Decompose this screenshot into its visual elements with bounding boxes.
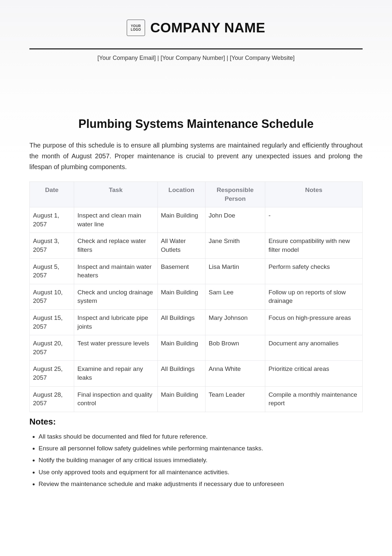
contact-line: [Your Company Email] | [Your Company Num… [29,55,363,61]
cell-location: All Water Outlets [157,233,205,258]
cell-date: August 3, 2057 [30,233,74,258]
cell-task: Inspect and clean main water line [74,207,158,233]
table-row: August 15, 2057Inspect and lubricate pip… [30,309,363,335]
cell-date: August 20, 2057 [30,335,74,361]
th-task: Task [74,182,158,207]
table-body: August 1, 2057Inspect and clean main wat… [30,207,363,412]
th-notes: Notes [265,182,362,207]
notes-heading: Notes: [29,417,363,427]
cell-person: Lisa Martin [205,258,265,284]
cell-notes: Follow up on reports of slow drainage [265,284,362,309]
list-item: All tasks should be documented and filed… [39,431,363,442]
notes-list: All tasks should be documented and filed… [29,431,363,489]
cell-task: Check and replace water filters [74,233,158,258]
cell-date: August 1, 2057 [30,207,74,233]
cell-date: August 5, 2057 [30,258,74,284]
cell-date: August 10, 2057 [30,284,74,309]
th-date: Date [30,182,74,207]
intro-paragraph: The purpose of this schedule is to ensur… [29,140,363,172]
page-title: Plumbing Systems Maintenance Schedule [29,117,363,131]
cell-location: Main Building [157,284,205,309]
cell-notes: Compile a monthly maintenance report [265,386,362,412]
list-item: Notify the building manager of any criti… [39,455,363,465]
cell-task: Check and unclog drainage system [74,284,158,309]
cell-notes: Focus on high-pressure areas [265,309,362,335]
cell-person: Mary Johnson [205,309,265,335]
logo-placeholder: YOUR LOGO [127,20,145,36]
page: YOUR LOGO COMPANY NAME [Your Company Ema… [0,0,392,556]
table-header-row: Date Task Location Responsible Person No… [30,182,363,207]
cell-task: Inspect and maintain water heaters [74,258,158,284]
cell-notes: Perform safety checks [265,258,362,284]
cell-person: John Doe [205,207,265,233]
cell-person: Jane Smith [205,233,265,258]
list-item: Ensure all personnel follow safety guide… [39,443,363,454]
cell-date: August 25, 2057 [30,361,74,386]
cell-task: Inspect and lubricate pipe joints [74,309,158,335]
cell-location: Main Building [157,207,205,233]
cell-task: Test water pressure levels [74,335,158,361]
th-location: Location [157,182,205,207]
cell-notes: - [265,207,362,233]
table-row: August 1, 2057Inspect and clean main wat… [30,207,363,233]
list-item: Use only approved tools and equipment fo… [39,467,363,478]
cell-date: August 28, 2057 [30,386,74,412]
cell-date: August 15, 2057 [30,309,74,335]
table-row: August 3, 2057Check and replace water fi… [30,233,363,258]
cell-notes: Prioritize critical areas [265,361,362,386]
table-row: August 5, 2057Inspect and maintain water… [30,258,363,284]
table-row: August 28, 2057Final inspection and qual… [30,386,363,412]
cell-location: All Buildings [157,309,205,335]
company-name: COMPANY NAME [150,20,265,36]
cell-person: Bob Brown [205,335,265,361]
logo-row: YOUR LOGO COMPANY NAME [29,20,363,36]
cell-location: Basement [157,258,205,284]
table-row: August 20, 2057Test water pressure level… [30,335,363,361]
cell-location: All Buildings [157,361,205,386]
cell-person: Team Leader [205,386,265,412]
header: YOUR LOGO COMPANY NAME [Your Company Ema… [29,20,363,61]
cell-location: Main Building [157,335,205,361]
cell-notes: Document any anomalies [265,335,362,361]
cell-notes: Ensure compatibility with new filter mod… [265,233,362,258]
divider [29,48,363,49]
schedule-table: Date Task Location Responsible Person No… [29,182,363,412]
cell-task: Final inspection and quality control [74,386,158,412]
table-row: August 25, 2057Examine and repair any le… [30,361,363,386]
th-person: Responsible Person [205,182,265,207]
cell-person: Sam Lee [205,284,265,309]
table-row: August 10, 2057Check and unclog drainage… [30,284,363,309]
cell-person: Anna White [205,361,265,386]
list-item: Review the maintenance schedule and make… [39,479,363,489]
cell-task: Examine and repair any leaks [74,361,158,386]
cell-location: Main Building [157,386,205,412]
